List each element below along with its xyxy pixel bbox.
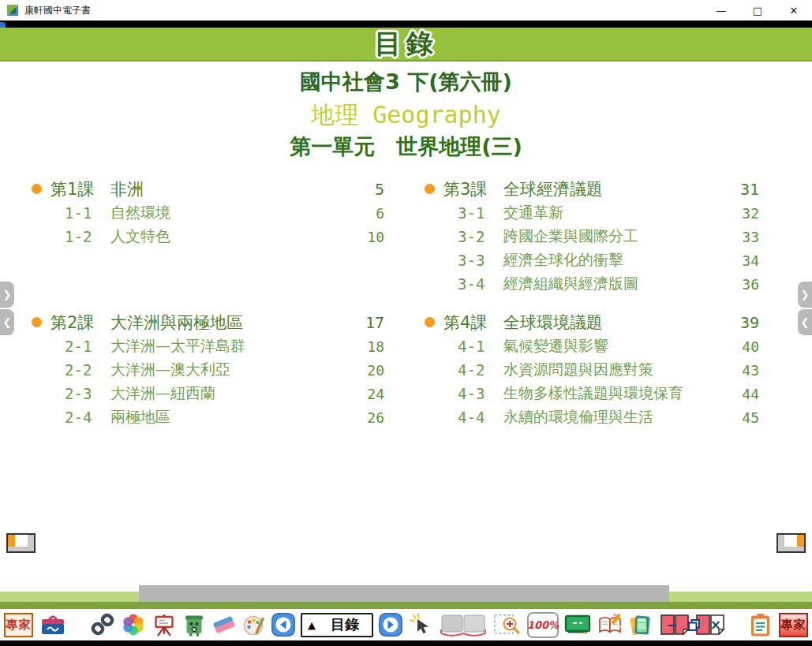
toolbox-button[interactable] — [40, 613, 65, 637]
toc-sub-2-3[interactable]: 2-3 大洋洲—紐西蘭 24 — [32, 382, 384, 405]
page-corner-right-button[interactable] — [776, 533, 806, 553]
toc-sub-4-4[interactable]: 4-4 永續的環境倫理與生活 45 — [425, 405, 759, 429]
toc-sub-3-4[interactable]: 3-4 經濟組織與經濟版圖 36 — [425, 272, 759, 296]
toc-sub-2-4[interactable]: 2-4 兩極地區 26 — [32, 405, 384, 429]
link-icon — [91, 613, 114, 637]
sub-title: 交通革新 — [503, 203, 726, 223]
window-title: 康軒國中電子書 — [24, 4, 91, 17]
ebook-library-button[interactable] — [629, 612, 654, 637]
left-edge-expand-button[interactable]: ❯ — [0, 282, 14, 308]
close-button[interactable]: ✕ — [776, 0, 812, 21]
bullet-icon — [425, 184, 435, 194]
bottom-divider — [0, 640, 812, 646]
sub-title: 大洋洲—紐西蘭 — [110, 383, 351, 404]
bullet-icon — [425, 317, 435, 327]
color-wheel-button[interactable] — [122, 613, 145, 637]
sub-title: 人文特色 — [110, 226, 351, 247]
eraser-button[interactable] — [212, 614, 236, 636]
ebook-stack-icon — [629, 612, 654, 637]
palette-button[interactable] — [243, 614, 267, 637]
ebook-window: 康軒國中電子書 — □ ✕ 目錄 國中社會3 下(第六冊) 地理 Geograp… — [0, 0, 812, 646]
bullet-icon — [32, 317, 42, 327]
toolbox-icon — [40, 613, 65, 637]
lesson-block-1: 第1課 非洲 5 1-1 自然環境 6 1-2 人文特色 10 — [32, 177, 384, 248]
toc-sub-4-1[interactable]: 4-1 氣候變遷與影響 40 — [425, 334, 759, 358]
open-book-view-button[interactable] — [439, 612, 488, 637]
minimize-button[interactable]: — — [703, 0, 739, 21]
toc-lesson-4[interactable]: 第4課 全球環境議題 39 — [425, 310, 759, 334]
toc-sub-3-1[interactable]: 3-1 交通革新 32 — [425, 201, 759, 225]
right-edge-collapse-button[interactable]: ❮ — [798, 309, 812, 335]
lesson-title: 全球經濟議題 — [503, 178, 726, 200]
toc-sub-1-1[interactable]: 1-1 自然環境 6 — [32, 201, 384, 225]
next-page-button[interactable] — [379, 613, 402, 637]
toc-lesson-3[interactable]: 第3課 全球經濟議題 31 — [425, 177, 759, 201]
chevron-right-icon: ❯ — [801, 289, 810, 301]
sub-page: 10 — [351, 229, 384, 245]
sub-num: 4-4 — [458, 409, 503, 426]
zoom-level-button[interactable]: 100% — [527, 612, 559, 638]
page-corner-left-button[interactable] — [6, 533, 36, 553]
sub-num: 2-3 — [65, 385, 110, 402]
sub-num: 2-2 — [65, 361, 110, 379]
blackboard-button[interactable] — [564, 614, 591, 636]
maximize-button[interactable]: □ — [739, 0, 776, 21]
pointer-tool-button[interactable] — [408, 612, 433, 637]
sub-page: 36 — [726, 276, 759, 293]
page-slider-thumb[interactable] — [139, 585, 669, 602]
toc-sub-2-2[interactable]: 2-2 大洋洲—澳大利亞 20 — [32, 358, 384, 382]
sub-num: 4-3 — [458, 385, 503, 402]
toolbar-close-button[interactable]: × — [709, 617, 723, 633]
page-selector[interactable]: ▲ 目錄 — [301, 613, 373, 637]
bottom-toolbar: 專家 — [0, 609, 812, 640]
page-title: 目錄 — [375, 26, 438, 62]
page-selector-label: 目錄 — [324, 615, 366, 634]
expert-mode-button-right[interactable]: 專家 — [779, 613, 808, 637]
toc-sub-4-2[interactable]: 4-2 水資源問題與因應對策 43 — [425, 358, 759, 382]
left-edge-collapse-button[interactable]: ❮ — [0, 309, 14, 335]
chevron-right-icon: ❯ — [3, 289, 12, 301]
chevron-left-icon: ❮ — [801, 316, 810, 328]
lesson-block-2: 第2課 大洋洲與兩極地區 17 2-1 大洋洲—太平洋島群 18 2-2 大洋洲… — [32, 310, 384, 429]
clipboard-icon — [750, 613, 771, 637]
toolbar-minimize-button[interactable]: − — [665, 617, 679, 633]
workbook-button[interactable] — [597, 613, 623, 637]
toc-sub-3-3[interactable]: 3-3 經濟全球化的衝擊 34 — [425, 248, 759, 272]
sub-num: 3-1 — [458, 204, 503, 222]
sub-page: 24 — [351, 386, 384, 402]
expert-mode-button-left[interactable]: 專家 — [4, 613, 33, 637]
recycle-robot-button[interactable] — [183, 613, 205, 637]
open-book-icon — [439, 612, 488, 637]
restore-window-icon — [687, 618, 701, 632]
prev-page-button[interactable] — [271, 613, 295, 637]
sub-num: 1-2 — [65, 228, 110, 245]
lesson-page: 31 — [726, 180, 759, 199]
sub-page: 6 — [351, 205, 384, 222]
sub-page: 33 — [726, 229, 759, 245]
sub-title: 經濟組織與經濟版圖 — [503, 274, 726, 294]
sub-page: 43 — [726, 362, 759, 379]
window-titlebar: 康軒國中電子書 — □ ✕ — [0, 0, 812, 21]
zoom-area-button[interactable] — [493, 612, 522, 637]
toc-sub-1-2[interactable]: 1-2 人文特色 10 — [32, 225, 384, 248]
whiteboard-easel-button[interactable] — [152, 613, 176, 637]
pointer-cursor-icon — [408, 612, 433, 637]
notes-clipboard-button[interactable] — [750, 613, 771, 637]
toc-lesson-2[interactable]: 第2課 大洋洲與兩極地區 17 — [32, 310, 384, 334]
lesson-title: 非洲 — [110, 178, 351, 200]
toolbar-restore-button[interactable] — [687, 618, 701, 632]
toc-sub-2-1[interactable]: 2-1 大洋洲—太平洋島群 18 — [32, 334, 384, 358]
prev-page-icon — [271, 613, 295, 637]
toc-column-left: 第1課 非洲 5 1-1 自然環境 6 1-2 人文特色 10 第2課 大洋洲與… — [32, 177, 384, 429]
bullet-icon — [32, 184, 42, 194]
right-edge-expand-button[interactable]: ❯ — [798, 282, 812, 308]
toc-sub-4-3[interactable]: 4-3 生物多樣性議題與環境保育 44 — [425, 382, 759, 405]
link-button[interactable] — [91, 613, 114, 637]
sub-page: 45 — [726, 409, 759, 426]
sub-title: 水資源問題與因應對策 — [503, 360, 726, 380]
sub-title: 氣候變遷與影響 — [503, 336, 726, 357]
lesson-title: 大洋洲與兩極地區 — [110, 312, 351, 334]
app-logo-icon — [6, 4, 19, 17]
toc-sub-3-2[interactable]: 3-2 跨國企業與國際分工 33 — [425, 225, 759, 248]
toc-lesson-1[interactable]: 第1課 非洲 5 — [32, 177, 384, 201]
